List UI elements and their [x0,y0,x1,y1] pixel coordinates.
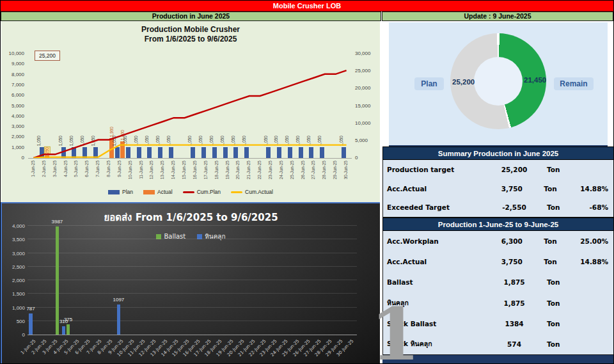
x-axis-line [28,335,357,335]
y2-axis-tick: 30,000 [355,51,379,57]
row-value: 25,200 [482,166,547,173]
y-axis-tick: 0 [1,155,24,161]
row-percent: -68% [584,203,613,211]
row-unit: Ton [544,258,580,265]
x-axis-label: 26-Jun-25 [301,161,306,179]
x-axis-label: 18-Jun-25 [214,161,219,179]
row-percent: 14.88% [580,185,613,193]
row-unit: Ton [547,278,584,286]
chart-title: Production Mobile Crusher [1,25,380,34]
legend-item-actual: Actual [143,189,173,195]
legend-item-cum-plan: Cum.Plan [183,189,221,195]
remain-chip: Remain [554,77,594,90]
summary-table-title: Summary Production in June 2025 [382,146,614,160]
cum-actual-line [33,145,346,158]
plot-area: 1,0502501,0501,0501,0501,0501,9001,0501,… [28,54,352,158]
y2-axis-tick: 0 [355,155,379,161]
x-axis-label: 7-Jun-25 [95,161,100,177]
y-axis-tick: 7,000 [1,82,24,88]
y-axis-tick: 2,500 [3,264,25,271]
x-axis-label: 1-Jun-25 [31,161,36,177]
legend-item-cum-actual: Cum.Actual [231,189,273,195]
row-percent: 14.88% [580,258,613,265]
chart-legend: PlanActualCum.PlanCum.Actual [1,189,380,195]
x-axis-label: 11-Jun-25 [139,161,144,179]
y-axis-tick: 4,000 [1,113,24,120]
y-axis-tick: 2,000 [1,134,24,140]
row-value: -2,550 [482,203,547,211]
x-axis-label: 22-Jun-25 [257,161,262,179]
table-row: Acc.Actual3,750Ton14.88% [383,179,613,198]
gridline [28,266,357,267]
row-label: Ballast [383,278,482,286]
production-combo-chart: Production Mobile Crusher From 1/6/2025 … [1,21,380,202]
row-value: 3,750 [480,185,544,193]
x-axis-line [28,158,352,159]
x-axis-label: 13-Jun-25 [160,161,165,179]
row-unit: Ton [544,185,580,193]
legend-label: Cum.Actual [245,189,273,195]
row-value: 1,875 [482,278,547,286]
plan-value-label: 25,200 [452,78,475,86]
x-axis-label: 9-Jun-25 [117,161,122,177]
x-axis-label: 14-Jun-25 [171,161,176,179]
x-axis-label: 8-Jun-25 [106,161,111,177]
page-number-watermark: 1 [370,299,420,364]
hinkluk-bar [29,313,33,335]
donut-hole [474,57,523,106]
row-value: 3,750 [480,258,544,265]
y-axis-tick: 2,000 [3,278,25,284]
y-axis-tick: 3,000 [3,251,25,257]
chart-subtitle: From 1/6/2025 to 9/6/2025 [1,35,380,44]
x-axis-label: 10-Jun-25 [128,161,133,179]
remain-value-label: 21,450 [524,76,546,84]
x-axis-label: 16-Jun-25 [193,161,198,179]
gridline [28,280,357,280]
y-axis-tick: 1,500 [3,291,25,297]
table-row: Acc.Workplan6,300Ton25.00% [383,231,613,251]
section-header-update: Update : 9 June-2025 [382,12,613,21]
x-axis-label: 30-Jun-25 [343,161,349,179]
x-axis-label: 28-Jun-25 [322,161,327,179]
hinkluk-bar [62,326,66,335]
y-axis-tick: 3,500 [3,237,25,243]
title-banner: Mobile Crusher LOB [1,1,613,12]
y-axis-tick: 1,000 [1,145,24,151]
row-unit: Ton [547,320,584,328]
hinkluk-bar [117,305,121,335]
row-label: Acc.Workplan [383,237,480,245]
legend-swatch [183,191,194,193]
legend-label: Plan [122,189,133,195]
row-unit: Ton [547,166,584,173]
x-axis-label: 20-Jun-25 [235,161,240,179]
row-label: Acc.Actual [383,185,480,193]
x-axis-label: 29-Jun-25 [333,161,338,179]
y2-axis-tick: 20,000 [355,85,379,91]
y-axis-tick: 1,000 [3,305,25,312]
table-row: Production target25,200Ton [383,160,613,179]
bar-value-label: 1097 [107,297,130,303]
row-unit: Ton [547,203,584,211]
x-axis-label: 21-Jun-25 [246,161,251,179]
row-value: 6,300 [480,237,544,245]
row-value: 1,875 [482,299,547,307]
row-unit: Ton [547,299,584,307]
gridline [28,253,357,253]
legend-swatch [231,191,242,193]
x-axis-label: 17-Jun-25 [203,161,209,179]
legend-label: Cum.Plan [197,189,221,195]
y-axis-tick: 5,000 [1,103,24,109]
dashboard: Mobile Crusher LOB Production in June 20… [0,0,614,364]
bar-value-label: 3987 [45,219,68,225]
y-axis-tick: 9,000 [1,61,24,67]
x-axis-label: 24-Jun-25 [279,161,284,179]
row-label: Acc.Actual [383,258,480,265]
section-header-production: Production in June 2025 [1,12,381,21]
row-percent: 25.00% [580,237,613,245]
x-axis-label: 25-Jun-25 [290,161,295,179]
y2-axis-tick: 5,000 [355,138,379,144]
x-axis-label: 19-Jun-25 [225,161,230,179]
y-axis-tick: 8,000 [1,72,24,78]
table-row: Exceeded Target-2,550Ton-68% [383,198,613,217]
y-axis-tick: 500 [3,319,25,325]
